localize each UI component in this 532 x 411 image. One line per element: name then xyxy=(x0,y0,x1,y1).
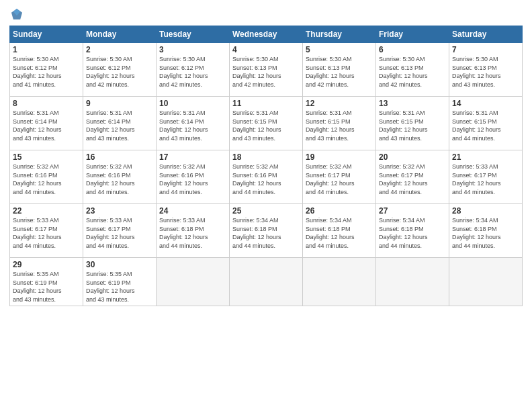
calendar-cell: 22Sunrise: 5:33 AM Sunset: 6:17 PM Dayli… xyxy=(10,204,83,258)
day-number: 25 xyxy=(232,206,300,216)
day-number: 9 xyxy=(86,99,153,108)
day-number: 21 xyxy=(452,152,519,162)
day-number: 7 xyxy=(452,45,519,54)
calendar-table: SundayMondayTuesdayWednesdayThursdayFrid… xyxy=(9,26,523,306)
day-info: Sunrise: 5:31 AM Sunset: 6:15 PM Dayligh… xyxy=(379,109,446,142)
calendar-cell: 11Sunrise: 5:31 AM Sunset: 6:15 PM Dayli… xyxy=(230,97,303,150)
calendar-cell: 7Sunrise: 5:30 AM Sunset: 6:13 PM Daylig… xyxy=(449,43,523,97)
day-number: 13 xyxy=(379,99,446,108)
day-number: 28 xyxy=(452,206,519,216)
day-number: 2 xyxy=(86,45,153,54)
week-row-3: 15Sunrise: 5:32 AM Sunset: 6:16 PM Dayli… xyxy=(10,150,523,204)
day-number: 4 xyxy=(232,45,300,54)
day-number: 30 xyxy=(86,260,153,269)
day-number: 27 xyxy=(379,206,446,216)
calendar-cell: 3Sunrise: 5:30 AM Sunset: 6:12 PM Daylig… xyxy=(157,43,230,97)
calendar-cell xyxy=(449,258,523,306)
day-info: Sunrise: 5:30 AM Sunset: 6:13 PM Dayligh… xyxy=(232,55,300,89)
weekday-header-wednesday: Wednesday xyxy=(230,26,303,43)
day-info: Sunrise: 5:32 AM Sunset: 6:16 PM Dayligh… xyxy=(232,163,300,196)
calendar-cell: 29Sunrise: 5:35 AM Sunset: 6:19 PM Dayli… xyxy=(10,258,83,306)
calendar-cell: 27Sunrise: 5:34 AM Sunset: 6:18 PM Dayli… xyxy=(376,204,449,258)
calendar-cell: 20Sunrise: 5:32 AM Sunset: 6:17 PM Dayli… xyxy=(376,150,449,204)
day-info: Sunrise: 5:32 AM Sunset: 6:16 PM Dayligh… xyxy=(159,163,226,196)
calendar-cell: 13Sunrise: 5:31 AM Sunset: 6:15 PM Dayli… xyxy=(376,97,449,150)
day-info: Sunrise: 5:31 AM Sunset: 6:15 PM Dayligh… xyxy=(232,109,300,142)
calendar-cell: 28Sunrise: 5:34 AM Sunset: 6:18 PM Dayli… xyxy=(449,204,523,258)
day-number: 17 xyxy=(159,152,226,162)
day-info: Sunrise: 5:30 AM Sunset: 6:13 PM Dayligh… xyxy=(452,55,519,89)
day-number: 15 xyxy=(13,152,80,162)
day-info: Sunrise: 5:32 AM Sunset: 6:16 PM Dayligh… xyxy=(86,163,153,196)
calendar-cell: 23Sunrise: 5:33 AM Sunset: 6:17 PM Dayli… xyxy=(83,204,157,258)
calendar-cell xyxy=(376,258,449,306)
header xyxy=(9,7,523,21)
weekday-header-saturday: Saturday xyxy=(449,26,523,43)
calendar-cell: 18Sunrise: 5:32 AM Sunset: 6:16 PM Dayli… xyxy=(230,150,303,204)
calendar-cell: 19Sunrise: 5:32 AM Sunset: 6:17 PM Dayli… xyxy=(303,150,376,204)
day-number: 12 xyxy=(306,99,373,108)
calendar-cell xyxy=(230,258,303,306)
weekday-header-friday: Friday xyxy=(376,26,449,43)
calendar-cell: 4Sunrise: 5:30 AM Sunset: 6:13 PM Daylig… xyxy=(230,43,303,97)
calendar-cell: 12Sunrise: 5:31 AM Sunset: 6:15 PM Dayli… xyxy=(303,97,376,150)
page: SundayMondayTuesdayWednesdayThursdayFrid… xyxy=(0,0,532,411)
calendar-cell: 1Sunrise: 5:30 AM Sunset: 6:12 PM Daylig… xyxy=(10,43,83,97)
calendar-cell: 26Sunrise: 5:34 AM Sunset: 6:18 PM Dayli… xyxy=(303,204,376,258)
day-info: Sunrise: 5:33 AM Sunset: 6:17 PM Dayligh… xyxy=(13,216,80,250)
day-info: Sunrise: 5:30 AM Sunset: 6:13 PM Dayligh… xyxy=(379,55,446,89)
calendar-cell xyxy=(303,258,376,306)
day-info: Sunrise: 5:34 AM Sunset: 6:18 PM Dayligh… xyxy=(379,216,446,250)
calendar-cell: 8Sunrise: 5:31 AM Sunset: 6:14 PM Daylig… xyxy=(10,97,83,150)
day-info: Sunrise: 5:30 AM Sunset: 6:12 PM Dayligh… xyxy=(13,55,80,89)
day-number: 1 xyxy=(13,45,80,54)
day-info: Sunrise: 5:33 AM Sunset: 6:18 PM Dayligh… xyxy=(159,216,226,250)
day-info: Sunrise: 5:32 AM Sunset: 6:17 PM Dayligh… xyxy=(379,163,446,196)
day-info: Sunrise: 5:34 AM Sunset: 6:18 PM Dayligh… xyxy=(306,216,373,250)
weekday-header-thursday: Thursday xyxy=(303,26,376,43)
weekday-header-tuesday: Tuesday xyxy=(157,26,230,43)
day-info: Sunrise: 5:31 AM Sunset: 6:15 PM Dayligh… xyxy=(306,109,373,142)
day-number: 20 xyxy=(379,152,446,162)
calendar-cell: 9Sunrise: 5:31 AM Sunset: 6:14 PM Daylig… xyxy=(83,97,157,150)
calendar-cell: 5Sunrise: 5:30 AM Sunset: 6:13 PM Daylig… xyxy=(303,43,376,97)
day-number: 24 xyxy=(159,206,226,216)
calendar-cell: 6Sunrise: 5:30 AM Sunset: 6:13 PM Daylig… xyxy=(376,43,449,97)
week-row-2: 8Sunrise: 5:31 AM Sunset: 6:14 PM Daylig… xyxy=(10,97,523,150)
day-info: Sunrise: 5:35 AM Sunset: 6:19 PM Dayligh… xyxy=(86,270,153,304)
calendar-cell: 17Sunrise: 5:32 AM Sunset: 6:16 PM Dayli… xyxy=(157,150,230,204)
week-row-5: 29Sunrise: 5:35 AM Sunset: 6:19 PM Dayli… xyxy=(10,258,523,306)
day-number: 18 xyxy=(232,152,300,162)
day-number: 6 xyxy=(379,45,446,54)
calendar-cell: 21Sunrise: 5:33 AM Sunset: 6:17 PM Dayli… xyxy=(449,150,523,204)
calendar-cell: 10Sunrise: 5:31 AM Sunset: 6:14 PM Dayli… xyxy=(157,97,230,150)
calendar-cell: 15Sunrise: 5:32 AM Sunset: 6:16 PM Dayli… xyxy=(10,150,83,204)
calendar-cell: 14Sunrise: 5:31 AM Sunset: 6:15 PM Dayli… xyxy=(449,97,523,150)
day-info: Sunrise: 5:34 AM Sunset: 6:18 PM Dayligh… xyxy=(452,216,519,250)
day-number: 29 xyxy=(13,260,80,269)
day-number: 19 xyxy=(306,152,373,162)
day-number: 3 xyxy=(159,45,226,54)
day-info: Sunrise: 5:33 AM Sunset: 6:17 PM Dayligh… xyxy=(452,163,519,196)
day-number: 14 xyxy=(452,99,519,108)
calendar-cell: 2Sunrise: 5:30 AM Sunset: 6:12 PM Daylig… xyxy=(83,43,157,97)
day-number: 22 xyxy=(13,206,80,216)
weekday-header-monday: Monday xyxy=(83,26,157,43)
day-info: Sunrise: 5:32 AM Sunset: 6:17 PM Dayligh… xyxy=(306,163,373,196)
week-row-1: 1Sunrise: 5:30 AM Sunset: 6:12 PM Daylig… xyxy=(10,43,523,97)
day-number: 23 xyxy=(86,206,153,216)
day-info: Sunrise: 5:35 AM Sunset: 6:19 PM Dayligh… xyxy=(13,270,80,304)
day-info: Sunrise: 5:32 AM Sunset: 6:16 PM Dayligh… xyxy=(13,163,80,196)
day-info: Sunrise: 5:31 AM Sunset: 6:14 PM Dayligh… xyxy=(13,109,80,142)
logo xyxy=(9,7,28,21)
day-number: 5 xyxy=(306,45,373,54)
day-number: 8 xyxy=(13,99,80,108)
day-info: Sunrise: 5:33 AM Sunset: 6:17 PM Dayligh… xyxy=(86,216,153,250)
week-row-4: 22Sunrise: 5:33 AM Sunset: 6:17 PM Dayli… xyxy=(10,204,523,258)
day-info: Sunrise: 5:30 AM Sunset: 6:13 PM Dayligh… xyxy=(306,55,373,89)
day-info: Sunrise: 5:34 AM Sunset: 6:18 PM Dayligh… xyxy=(232,216,300,250)
day-info: Sunrise: 5:30 AM Sunset: 6:12 PM Dayligh… xyxy=(159,55,226,89)
day-info: Sunrise: 5:31 AM Sunset: 6:15 PM Dayligh… xyxy=(452,109,519,142)
logo-icon xyxy=(9,7,24,21)
calendar-cell: 16Sunrise: 5:32 AM Sunset: 6:16 PM Dayli… xyxy=(83,150,157,204)
